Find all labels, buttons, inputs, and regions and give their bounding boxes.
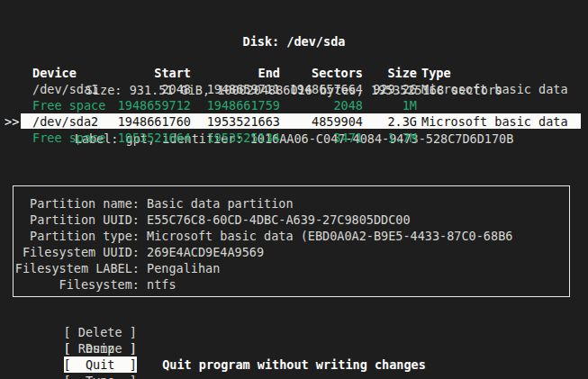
- detail-value: 269E4ACD9E4A9569: [140, 244, 264, 260]
- selection-marker: >>: [0, 113, 32, 130]
- col-header-end: End: [191, 65, 280, 81]
- detail-value: ntfs: [140, 276, 176, 293]
- partition-table: Device Start End Sectors Size Type /dev/…: [0, 65, 588, 146]
- partition-table-header: Device Start End Sectors Size Type: [0, 65, 588, 81]
- detail-row-partition-name: Partition name: Basic data partition: [14, 195, 569, 212]
- table-row-sda2-selected[interactable]: >> /dev/sda2 1948661760 1953521663 48599…: [0, 113, 588, 130]
- detail-label: Filesystem LABEL:: [14, 260, 140, 276]
- col-header-device: Device: [32, 65, 112, 81]
- menu-button-type[interactable]: [ Type ]: [64, 373, 137, 379]
- detail-label: Partition name:: [14, 195, 140, 212]
- cell-size: 1M: [363, 97, 417, 113]
- detail-value: Basic data partition: [140, 195, 294, 212]
- cell-size: 1.7M: [363, 130, 417, 146]
- cell-end: 1948659711: [191, 81, 280, 97]
- cell-device: /dev/sda2: [32, 113, 112, 130]
- detail-label: Partition type:: [14, 228, 140, 244]
- cell-size: 929.2G: [363, 81, 417, 97]
- detail-label: Filesystem:: [14, 276, 140, 293]
- cell-start: 2048: [112, 81, 191, 97]
- selection-marker: [0, 97, 32, 113]
- detail-row-filesystem: Filesystem: ntfs: [14, 276, 569, 293]
- detail-row-partition-type: Partition type: Microsoft basic data (EB…: [14, 228, 569, 244]
- cell-device: Free space: [32, 130, 112, 146]
- marker-column-spacer: [0, 65, 32, 81]
- cell-sectors: 4859904: [280, 113, 363, 130]
- cell-sectors: 2048: [280, 97, 363, 113]
- cell-type: [417, 97, 588, 113]
- cell-type: [417, 130, 588, 146]
- cell-end: 1953525134: [191, 130, 280, 146]
- cell-sectors: 3471: [280, 130, 363, 146]
- table-row-sda1[interactable]: /dev/sda1 2048 1948659711 1948657664 929…: [0, 81, 588, 97]
- cell-end: 1953521663: [191, 113, 280, 130]
- selection-marker: [0, 130, 32, 146]
- cell-size: 2.3G: [363, 113, 417, 130]
- menu-button-dump[interactable]: [ Dump ]: [64, 340, 137, 356]
- detail-row-partition-uuid: Partition UUID: E55C76C8-60CD-4DBC-A639-…: [14, 212, 569, 228]
- detail-value: Pengalihan: [140, 260, 220, 276]
- menu-bar-row-2: [ Dump ]: [34, 324, 151, 340]
- menu-bar-row-1: [ Delete ] [ Resize ] [ Quit ] [ Type ] …: [34, 308, 151, 324]
- cell-type: Microsoft basic data: [417, 113, 588, 130]
- selection-marker: [0, 81, 32, 97]
- cell-device: Free space: [32, 97, 112, 113]
- cell-start: 1948661760: [112, 113, 191, 130]
- cell-end: 1948661759: [191, 97, 280, 113]
- col-header-size: Size: [363, 65, 417, 81]
- cell-type: Microsoft basic data: [417, 81, 588, 97]
- detail-label: Partition UUID:: [14, 212, 140, 228]
- cell-device: /dev/sda1: [32, 81, 112, 97]
- table-row-free-space-1[interactable]: Free space 1948659712 1948661759 2048 1M: [0, 97, 588, 113]
- partition-details-box: Partition name: Basic data partition Par…: [13, 185, 570, 297]
- cfdisk-terminal-screen: Disk: /dev/sda Size: 931.51 GiB, 1000204…: [0, 0, 588, 379]
- detail-row-filesystem-label: Filesystem LABEL: Pengalihan: [14, 260, 569, 276]
- detail-label: Filesystem UUID:: [14, 244, 140, 260]
- detail-value: E55C76C8-60CD-4DBC-A639-27C9805DDC00: [140, 212, 411, 228]
- col-header-sectors: Sectors: [280, 65, 363, 81]
- disk-title: Disk: /dev/sda: [0, 33, 588, 50]
- col-header-start: Start: [112, 65, 191, 81]
- status-help-text: Quit program without writing changes: [0, 356, 588, 373]
- cell-sectors: 1948657664: [280, 81, 363, 97]
- detail-value: Microsoft basic data (EBD0A0A2-B9E5-4433…: [140, 228, 512, 244]
- table-row-free-space-2[interactable]: Free space 1953521664 1953525134 3471 1.…: [0, 130, 588, 146]
- cell-start: 1948659712: [112, 97, 191, 113]
- cell-start: 1953521664: [112, 130, 191, 146]
- detail-row-filesystem-uuid: Filesystem UUID: 269E4ACD9E4A9569: [14, 244, 569, 260]
- col-header-type: Type: [417, 65, 588, 81]
